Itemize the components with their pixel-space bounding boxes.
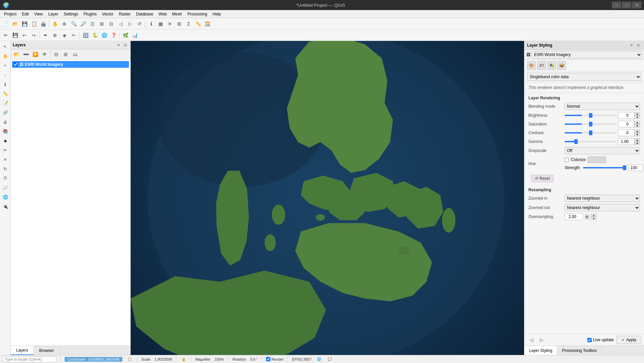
oversampling-down[interactable]: ▼ (591, 217, 596, 220)
deselect-button[interactable]: ✕ (166, 19, 174, 28)
temporal-ctrl[interactable]: ⏱ (1, 174, 10, 183)
redo-button[interactable]: ↪ (29, 31, 38, 40)
globe-view[interactable]: 🌐 (1, 193, 10, 201)
grass-button[interactable]: 🌿 (121, 31, 130, 40)
rp-close-btn[interactable]: ✕ (629, 42, 635, 48)
field-calc[interactable]: 🔢 (81, 31, 90, 40)
vertex-editor[interactable]: ◆ (1, 136, 10, 145)
brightness-input[interactable] (618, 112, 635, 119)
node-tool[interactable]: ◈ (60, 31, 69, 40)
history-fwd-btn[interactable]: ▷ (537, 335, 546, 344)
labels-btn[interactable]: 🏷 (537, 61, 546, 70)
colorize-checkbox[interactable] (565, 158, 569, 162)
minimize-button[interactable]: ─ (612, 2, 621, 8)
edit-toggle[interactable]: ✏ (1, 31, 10, 40)
saga-button[interactable]: 📊 (130, 31, 139, 40)
zoom-selection-button[interactable]: ⊞ (98, 19, 106, 28)
contrast-input[interactable] (618, 129, 635, 136)
menu-mesh[interactable]: Mesh (170, 11, 185, 17)
saturation-input[interactable] (618, 121, 635, 127)
menu-layer[interactable]: Layer (46, 11, 61, 17)
edit-btn-left[interactable]: ✏ (1, 146, 10, 154)
identify-left[interactable]: ℹ (1, 80, 10, 89)
pan-tool[interactable]: ✋ (51, 19, 59, 28)
menu-processing[interactable]: Processing (185, 11, 210, 17)
refresh-button[interactable]: ↺ (135, 19, 144, 28)
layers-close-btn[interactable]: ✕ (116, 42, 122, 48)
open-project-button[interactable]: 📂 (11, 19, 19, 28)
gamma-input[interactable] (618, 138, 635, 145)
tab-layers[interactable]: Layers (11, 346, 34, 355)
renderer-dropdown[interactable]: Singleband color data (527, 73, 641, 81)
copy-coord-btn[interactable]: 📋 (126, 356, 133, 362)
crs-button[interactable]: 🌐 (316, 356, 322, 362)
history-back-btn[interactable]: ◁ (527, 335, 536, 344)
zoom-out-left[interactable]: - (1, 70, 10, 79)
rp-float-btn[interactable]: ⊡ (635, 42, 641, 48)
calculator-button[interactable]: 🧮 (203, 19, 212, 28)
brightness-down[interactable]: ▼ (635, 115, 640, 119)
symbology-btn[interactable]: 🎨 (527, 61, 536, 70)
delete-feature[interactable]: ✂ (69, 31, 78, 40)
tab-browser[interactable]: Browser (34, 346, 60, 355)
messages-button[interactable]: 💬 (326, 356, 333, 362)
pan-tool-left[interactable]: ✋ (1, 52, 10, 60)
menu-plugins[interactable]: Plugins (81, 11, 99, 17)
layer-order[interactable]: ≡ (1, 155, 10, 164)
zoom-next-button[interactable]: ▷ (126, 19, 134, 28)
select-tool-left[interactable]: ↖ (1, 42, 10, 51)
save-project-button[interactable]: 💾 (20, 19, 29, 28)
gamma-down[interactable]: ▼ (635, 142, 640, 145)
oversampling-up[interactable]: ▲ (591, 213, 596, 217)
menu-raster[interactable]: Raster (116, 11, 133, 17)
brightness-up[interactable]: ▲ (635, 112, 640, 115)
print-button[interactable]: 🖨️ (39, 19, 48, 28)
contrast-down[interactable]: ▼ (635, 133, 640, 136)
oversampling-input[interactable] (565, 213, 583, 220)
tab-processing-toolbox[interactable]: Processing Toolbox (557, 346, 602, 355)
saturation-slider[interactable] (565, 123, 617, 125)
zoom-full-button[interactable]: ⊡ (88, 19, 97, 28)
zoom-prev-button[interactable]: ◁ (116, 19, 125, 28)
select-features-button[interactable]: ▦ (156, 19, 165, 28)
attr-table-button[interactable]: ⊞ (175, 19, 184, 28)
select-tool[interactable]: ⊕ (60, 19, 69, 28)
print-left[interactable]: 🖨 (1, 117, 10, 126)
tab-layer-styling[interactable]: Layer Styling (524, 346, 557, 355)
browser-panel[interactable]: 🌐 (100, 31, 109, 40)
zoom-out-button[interactable]: 🔎 (79, 19, 87, 28)
measure-button[interactable]: 📏 (194, 19, 202, 28)
map-canvas[interactable] (131, 41, 524, 355)
menu-view[interactable]: View (31, 11, 46, 17)
strength-input[interactable] (628, 164, 643, 171)
contrast-slider[interactable] (565, 132, 617, 134)
remove-group-btn[interactable]: 🗂 (71, 50, 79, 59)
plugins-left[interactable]: 🔌 (1, 202, 10, 211)
identify-button[interactable]: ℹ (147, 19, 155, 28)
gamma-slider[interactable] (565, 141, 617, 142)
zoom-in-button[interactable]: 🔍 (69, 19, 78, 28)
atlas-left[interactable]: 📚 (1, 127, 10, 136)
move-feature[interactable]: ⊕ (51, 31, 59, 40)
render-checkbox[interactable] (266, 357, 270, 361)
zoom-layer-button[interactable]: ⊟ (107, 19, 116, 28)
zoomed-in-dropdown[interactable]: Nearest neighbour Bilinear Cubic (565, 195, 640, 202)
open-layer-btn[interactable]: 📂 (12, 50, 21, 59)
brightness-slider[interactable] (565, 115, 617, 116)
rp-layer-dropdown[interactable]: ESRI World Imagery (532, 51, 642, 58)
zoomed-out-dropdown[interactable]: Nearest neighbour Bilinear Cubic (565, 204, 640, 211)
grayscale-dropdown[interactable]: Off By Lightness By Luminosity By Averag… (565, 147, 640, 154)
menu-help[interactable]: Help (210, 11, 224, 17)
new-project-button[interactable]: 📄 (1, 19, 10, 28)
lock-scale-btn[interactable]: 🔒 (180, 356, 187, 362)
expand-all-btn[interactable]: ⊞ (61, 50, 70, 59)
saturation-up[interactable]: ▲ (635, 121, 640, 124)
zoom-in-left[interactable]: + (1, 61, 10, 70)
save-as-button[interactable]: 📋 (29, 19, 38, 28)
gamma-up[interactable]: ▲ (635, 138, 640, 142)
live-update-checkbox[interactable] (587, 338, 592, 342)
remove-layer-btn[interactable]: ➖ (21, 50, 30, 59)
filter-layer-btn[interactable]: 🔽 (31, 50, 40, 59)
saturation-down[interactable]: ▼ (635, 124, 640, 127)
annotation-left[interactable]: 📝 (1, 99, 10, 107)
